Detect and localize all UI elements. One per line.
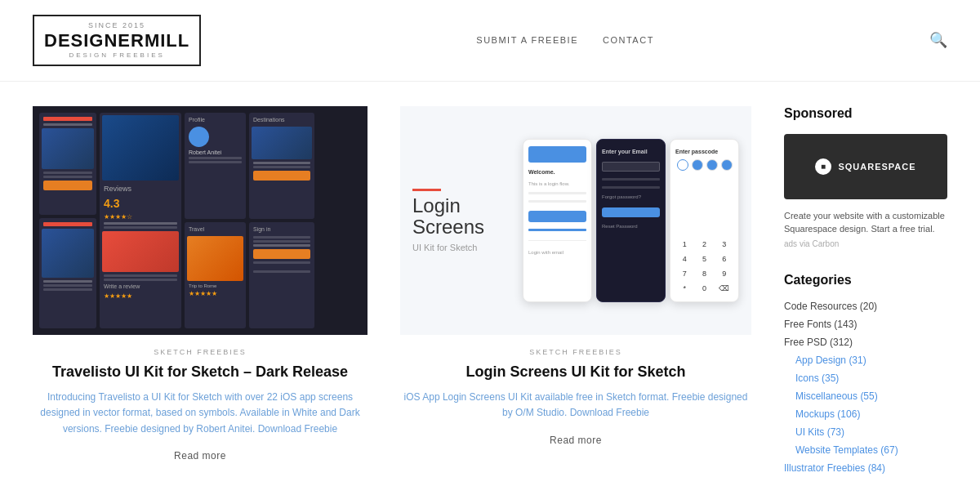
phone-line [528, 200, 586, 203]
login-mockup-subtitle: UI Kit for Sketch [412, 243, 510, 252]
logo-main: DESIGNERMILL [44, 30, 189, 51]
login-image: LoginScreens UI Kit for Sketch Welcome. … [400, 106, 751, 335]
category-item: Illustrator Freebies (84) [784, 461, 947, 474]
nav-contact[interactable]: CONTACT [603, 35, 654, 45]
categories-heading: Categories [784, 273, 947, 288]
mock-col-2: Reviews 4.3 ★★★★☆ Write a review ★★★★★ [100, 113, 181, 328]
phone-line [528, 229, 586, 231]
category-count: (73) [827, 426, 844, 438]
phone-line [602, 178, 660, 181]
site-logo[interactable]: SINCE 2015 DESIGNERMILL DESIGN FREEBIES [33, 15, 201, 66]
phone-text: This is a login flow. [528, 181, 586, 186]
cards-area: Reviews 4.3 ★★★★☆ Write a review ★★★★★ [33, 106, 751, 479]
category-link-sub[interactable]: Mockups (106) [795, 408, 860, 420]
category-link[interactable]: Free PSD (312) [784, 337, 853, 348]
mock-screen: Destinations [249, 113, 314, 219]
category-count: (31) [849, 355, 866, 366]
category-count: (312) [830, 337, 853, 348]
phone-screen-3: Enter passcode 1 2 3 [670, 139, 739, 302]
phone-screen-2: Enter your Email Forgot password? Reset … [596, 139, 666, 302]
phone-top-bar [528, 146, 586, 163]
category-link[interactable]: Illustrator Freebies (84) [784, 462, 885, 474]
read-more-link[interactable]: Read more [400, 435, 751, 446]
ads-label: ads via Carbon [784, 239, 947, 248]
login-phone-screens: Welcome. This is a login flow. Login wit… [523, 139, 739, 302]
category-item: Free Fonts (143) [784, 317, 947, 330]
category-link-sub[interactable]: UI Kits (73) [795, 426, 844, 438]
squarespace-logo: ■ SQUARESPACE [815, 158, 915, 175]
travelisto-image: Reviews 4.3 ★★★★☆ Write a review ★★★★★ [33, 106, 368, 335]
category-item-website-templates: Website Templates (67) [784, 443, 947, 456]
card-travelisto: Reviews 4.3 ★★★★☆ Write a review ★★★★★ [33, 106, 368, 479]
mock-col-3: Profile Robert Anitei Travel Trip to Rom… [185, 113, 246, 328]
card-title: Login Screens UI Kit for Sketch [400, 363, 751, 381]
category-item-sub: Mockups (106) [784, 407, 947, 420]
category-count: (84) [868, 462, 885, 474]
category-count: (35) [822, 372, 839, 384]
squarespace-icon: ■ [815, 158, 831, 175]
sponsored-heading: Sponsored [784, 106, 947, 121]
nav-submit[interactable]: SUBMIT A FREEBIE [476, 35, 578, 45]
sponsor-description: Create your website with a customizable … [784, 209, 947, 236]
mock-col-1 [39, 113, 96, 328]
card-description: Introducing Travelisto a UI Kit for Sket… [33, 390, 368, 437]
category-count: (67) [880, 444, 898, 456]
category-item: Free PSD (312) [784, 335, 947, 348]
card-title: Travelisto UI Kit for Sketch – Dark Rele… [33, 363, 368, 381]
logo-since: SINCE 2015 [44, 21, 189, 30]
category-item: Code Resources (20) [784, 299, 947, 312]
category-list: Code Resources (20) Free Fonts (143) Fre… [784, 299, 947, 474]
phone-screen-1: Welcome. This is a login flow. Login wit… [523, 139, 592, 302]
phone-text: Welcome. [528, 169, 586, 175]
card-login-screens: LoginScreens UI Kit for Sketch Welcome. … [400, 106, 751, 479]
mock-screen [39, 218, 96, 328]
site-header: SINCE 2015 DESIGNERMILL DESIGN FREEBIES … [0, 0, 980, 82]
category-link-website-templates[interactable]: Website Templates (67) [795, 444, 898, 456]
logo-sub: DESIGN FREEBIES [44, 51, 189, 60]
sidebar: Sponsored ■ SQUARESPACE Create your webs… [784, 106, 947, 479]
category-link[interactable]: Free Fonts (143) [784, 319, 857, 330]
card-category: SKETCH FREEBIES [400, 348, 751, 356]
phone-text: Reset Password [602, 224, 660, 229]
category-count: (106) [837, 408, 860, 420]
category-link-sub[interactable]: App Design (31) [795, 355, 866, 366]
phone-text: Enter passcode [675, 149, 733, 154]
card-category: SKETCH FREEBIES [33, 348, 368, 356]
red-accent-bar [412, 189, 441, 191]
phone-line [528, 192, 586, 194]
phone-input [602, 162, 660, 172]
search-icon: 🔍 [929, 32, 947, 48]
card-description: iOS App Login Screens UI Kit available f… [400, 390, 751, 421]
category-link-sub[interactable]: Miscellaneous (55) [795, 390, 878, 402]
sponsor-name: SQUARESPACE [838, 162, 915, 172]
mock-screen: Travel Trip to Rome ★★★★★ [185, 222, 246, 328]
category-item-sub: App Design (31) [784, 353, 947, 366]
mock-screen: Profile Robert Anitei [185, 113, 246, 219]
category-item-sub: Icons (35) [784, 371, 947, 384]
search-button[interactable]: 🔍 [929, 31, 947, 49]
category-item-sub: Miscellaneous (55) [784, 389, 947, 402]
phone-text: Login with email [528, 250, 586, 255]
sponsor-box[interactable]: ■ SQUARESPACE [784, 134, 947, 199]
category-item-sub: UI Kits (73) [784, 425, 947, 438]
phone-text: Forgot password? [602, 194, 660, 199]
phone-button [528, 211, 586, 222]
main-container: Reviews 4.3 ★★★★☆ Write a review ★★★★★ [0, 82, 980, 495]
read-more-link[interactable]: Read more [33, 450, 368, 462]
login-text-block: LoginScreens UI Kit for Sketch [412, 189, 510, 252]
category-count: (20) [860, 301, 877, 312]
mock-screen: Sign in [249, 222, 314, 328]
phone-text: Enter your Email [602, 149, 660, 154]
category-count: (143) [834, 319, 857, 330]
mock-screen: Reviews 4.3 ★★★★☆ Write a review ★★★★★ [100, 113, 181, 328]
category-count: (55) [860, 390, 877, 402]
phone-line [602, 186, 660, 189]
mock-screen [39, 113, 96, 215]
mock-col-4: Destinations Sign in [249, 113, 314, 328]
main-nav: SUBMIT A FREEBIE CONTACT [476, 35, 654, 45]
category-link-sub[interactable]: Icons (35) [795, 372, 839, 384]
category-link[interactable]: Code Resources (20) [784, 301, 877, 312]
login-mockup-title: LoginScreens [412, 195, 510, 239]
